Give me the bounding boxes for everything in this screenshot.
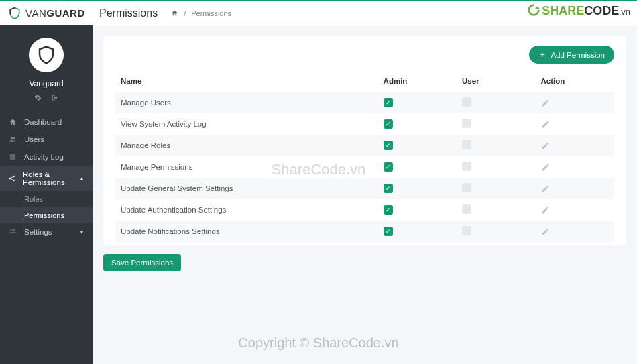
perm-name: View System Activity Log bbox=[115, 113, 378, 135]
subnav-item-permissions[interactable]: Permissions bbox=[0, 207, 93, 223]
edit-icon[interactable] bbox=[541, 163, 609, 172]
brand-text: VANGUARD bbox=[25, 7, 85, 19]
brand-logo[interactable]: VANGUARD bbox=[8, 7, 93, 20]
admin-checkbox[interactable]: ✓ bbox=[384, 98, 393, 107]
breadcrumb-separator: / bbox=[184, 9, 186, 17]
user-checkbox[interactable] bbox=[462, 97, 471, 107]
col-action: Action bbox=[536, 70, 614, 92]
sidebar: Vanguard Dashboard Users Activity Log Ro… bbox=[0, 25, 93, 364]
admin-checkbox[interactable]: ✓ bbox=[384, 205, 393, 215]
admin-checkbox[interactable]: ✓ bbox=[384, 141, 393, 150]
sliders-icon bbox=[8, 228, 17, 236]
sidebar-item-roles-permissions[interactable]: Roles & Permissions ▲ bbox=[0, 166, 93, 191]
perm-name: Manage Users bbox=[115, 92, 378, 113]
table-row: Update General System Settings✓ bbox=[115, 178, 614, 199]
col-name: Name bbox=[115, 70, 378, 92]
table-row: Manage Users✓ bbox=[115, 92, 614, 113]
sidebar-item-activity[interactable]: Activity Log bbox=[0, 148, 93, 166]
users-icon bbox=[8, 135, 17, 143]
user-checkbox[interactable] bbox=[462, 226, 471, 235]
subnav-item-roles[interactable]: Roles bbox=[0, 191, 93, 207]
permissions-card: ＋ Add Permission Name Admin User Action … bbox=[103, 36, 626, 246]
svg-rect-4 bbox=[10, 157, 15, 158]
sidebar-item-label: Activity Log bbox=[24, 153, 64, 161]
sidebar-item-label: Dashboard bbox=[24, 118, 62, 126]
svg-point-6 bbox=[9, 178, 11, 180]
svg-rect-10 bbox=[13, 230, 16, 231]
perm-name: Manage Roles bbox=[115, 135, 378, 156]
edit-icon[interactable] bbox=[541, 184, 609, 193]
admin-checkbox[interactable]: ✓ bbox=[384, 119, 393, 129]
table-row: Update Notifications Settings✓ bbox=[115, 221, 614, 242]
avatar-block: Vanguard bbox=[0, 25, 93, 108]
breadcrumb-current: Permissions bbox=[191, 9, 231, 17]
user-checkbox[interactable] bbox=[462, 140, 471, 149]
sidebar-item-users[interactable]: Users bbox=[0, 131, 93, 148]
home-icon[interactable] bbox=[171, 9, 178, 17]
svg-point-2 bbox=[13, 137, 15, 139]
svg-point-1 bbox=[11, 137, 13, 139]
user-actions bbox=[34, 94, 58, 101]
admin-checkbox[interactable]: ✓ bbox=[384, 227, 393, 236]
sidebar-item-settings[interactable]: Settings ▼ bbox=[0, 223, 93, 241]
svg-marker-0 bbox=[535, 7, 540, 9]
perm-name: Update General System Settings bbox=[115, 178, 378, 199]
col-user: User bbox=[457, 70, 535, 92]
edit-icon[interactable] bbox=[541, 120, 609, 129]
share-icon bbox=[8, 174, 16, 182]
perm-name: Update Authentication Settings bbox=[115, 199, 378, 221]
user-checkbox[interactable] bbox=[462, 204, 471, 214]
edit-icon[interactable] bbox=[541, 141, 609, 150]
sidebar-item-label: Roles & Permissions bbox=[23, 170, 72, 186]
username-label: Vanguard bbox=[29, 79, 63, 88]
col-admin: Admin bbox=[378, 70, 457, 92]
sidebar-nav: Dashboard Users Activity Log Roles & Per… bbox=[0, 113, 93, 241]
table-row: View System Activity Log✓ bbox=[115, 113, 614, 135]
page-title: Permissions bbox=[99, 7, 158, 19]
sidebar-item-dashboard[interactable]: Dashboard bbox=[0, 113, 93, 131]
svg-point-7 bbox=[13, 176, 15, 178]
gear-icon[interactable] bbox=[34, 94, 42, 101]
admin-checkbox[interactable]: ✓ bbox=[384, 162, 393, 172]
save-permissions-button[interactable]: Save Permissions bbox=[103, 254, 181, 271]
permissions-table: Name Admin User Action Manage Users✓View… bbox=[115, 70, 614, 242]
chevron-down-icon: ▼ bbox=[79, 229, 84, 235]
admin-checkbox[interactable]: ✓ bbox=[384, 184, 393, 193]
svg-point-9 bbox=[11, 229, 12, 231]
subnav-roles-permissions: Roles Permissions bbox=[0, 191, 93, 223]
sidebar-item-label: Settings bbox=[24, 228, 52, 236]
table-row: Manage Roles✓ bbox=[115, 135, 614, 156]
main-content: ＋ Add Permission Name Admin User Action … bbox=[93, 25, 637, 364]
edit-icon[interactable] bbox=[541, 99, 609, 107]
table-row: Manage Permissions✓ bbox=[115, 156, 614, 178]
user-checkbox[interactable] bbox=[462, 119, 471, 128]
table-row: Update Authentication Settings✓ bbox=[115, 199, 614, 221]
perm-name: Update Notifications Settings bbox=[115, 221, 378, 242]
svg-point-11 bbox=[14, 232, 15, 233]
perm-name: Manage Permissions bbox=[115, 156, 378, 178]
svg-rect-12 bbox=[10, 233, 13, 233]
breadcrumb: / Permissions bbox=[171, 9, 231, 17]
topbar: VANGUARD Permissions / Permissions SHARE… bbox=[0, 0, 637, 25]
shield-icon bbox=[8, 7, 21, 20]
list-icon bbox=[8, 153, 17, 161]
dashboard-icon bbox=[8, 118, 17, 126]
logout-icon[interactable] bbox=[51, 94, 58, 101]
add-permission-button[interactable]: ＋ Add Permission bbox=[529, 46, 614, 64]
svg-rect-3 bbox=[10, 155, 15, 156]
plus-icon: ＋ bbox=[538, 50, 546, 60]
avatar[interactable] bbox=[29, 38, 64, 72]
chevron-up-icon: ▲ bbox=[79, 176, 84, 182]
svg-point-8 bbox=[13, 180, 15, 182]
user-checkbox[interactable] bbox=[462, 162, 471, 171]
sharecode-badge: SHARECODE.vn bbox=[526, 3, 630, 18]
edit-icon[interactable] bbox=[541, 206, 609, 215]
edit-icon[interactable] bbox=[541, 227, 609, 236]
user-checkbox[interactable] bbox=[462, 183, 471, 192]
svg-rect-5 bbox=[10, 159, 15, 160]
sidebar-item-label: Users bbox=[24, 135, 44, 143]
